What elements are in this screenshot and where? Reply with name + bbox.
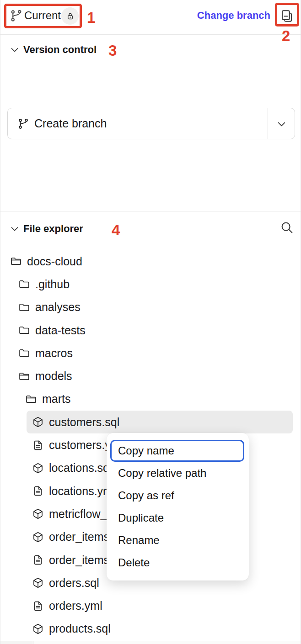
model-icon: [32, 577, 43, 588]
context-menu-item-delete[interactable]: Delete: [107, 551, 249, 574]
create-branch-button[interactable]: Create branch: [7, 108, 295, 139]
file-explorer-title: File explorer: [23, 223, 83, 235]
file-name: customers.sql: [49, 416, 119, 429]
file-name: .github: [35, 278, 70, 291]
ide-sidebar-panel: Current Change branch Create branch Vers…: [0, 0, 301, 644]
doc-icon: [32, 486, 43, 496]
annotation-number-2: 2: [282, 28, 290, 43]
context-menu-item-duplicate[interactable]: Duplicate: [107, 507, 249, 529]
doc-icon: [32, 554, 43, 565]
file-tree-item-customers.sql[interactable]: customers.sql: [27, 411, 293, 433]
model-icon: [32, 623, 43, 634]
file-name: locations.sql: [49, 461, 112, 475]
file-tree-item-marts[interactable]: marts: [0, 388, 301, 411]
folder-open-icon: [19, 371, 30, 382]
model-icon: [32, 508, 43, 519]
lock-icon: [65, 11, 75, 21]
bottom-panel-edge: [0, 641, 301, 644]
annotation-number-1: 1: [87, 10, 95, 25]
current-branch-label: Current: [24, 9, 61, 22]
git-branch-icon: [10, 9, 23, 22]
create-branch-label: Create branch: [34, 117, 107, 130]
file-name: models: [35, 370, 72, 383]
file-name: analyses: [35, 301, 81, 314]
file-tree-item-orders.yml[interactable]: orders.yml: [0, 594, 301, 617]
model-icon: [32, 417, 43, 428]
file-explorer-collapse-chevron[interactable]: [9, 223, 20, 234]
file-name: orders.yml: [49, 599, 102, 612]
file-name: locations.yml: [49, 485, 115, 498]
change-branch-link[interactable]: Change branch: [197, 10, 270, 21]
git-branch-icon: [17, 118, 29, 130]
file-name: macros: [35, 347, 73, 360]
context-menu: Copy nameCopy relative pathCopy as refDu…: [107, 433, 249, 581]
file-name: marts: [42, 392, 71, 406]
annotation-number-3: 3: [108, 43, 117, 58]
file-tree-item-docs-cloud[interactable]: docs-cloud: [0, 250, 301, 273]
folder-icon: [19, 279, 30, 290]
file-tree-item-macros[interactable]: macros: [0, 342, 301, 364]
version-control-collapse-chevron[interactable]: [9, 44, 20, 55]
file-tree-item-analyses[interactable]: analyses: [0, 296, 301, 319]
branch-lock-badge: [61, 7, 79, 25]
annotation-number-4: 4: [112, 222, 120, 238]
folder-icon: [19, 348, 30, 359]
doc-icon: [32, 601, 43, 612]
top-bar: Current Change branch: [0, 0, 301, 35]
file-tree-item-products.sql[interactable]: products.sql: [0, 618, 301, 640]
current-branch-pill[interactable]: Current: [6, 6, 80, 26]
model-icon: [32, 532, 43, 543]
file-name: orders.sql: [49, 576, 99, 590]
file-name: docs-cloud: [27, 255, 82, 268]
context-menu-item-copy-relative-path[interactable]: Copy relative path: [107, 462, 249, 484]
folder-open-icon: [11, 256, 22, 267]
button-divider: [268, 108, 269, 139]
version-control-title: Version control: [23, 44, 97, 56]
file-name: products.sql: [49, 622, 111, 635]
file-tree-item-.github[interactable]: .github: [0, 273, 301, 296]
context-menu-item-copy-name[interactable]: Copy name: [110, 440, 244, 462]
context-menu-item-rename[interactable]: Rename: [107, 529, 249, 551]
folder-icon: [19, 302, 30, 313]
version-control-section: Create branch: [0, 35, 301, 211]
bottom-panel-left-cell: [0, 641, 33, 644]
folder-open-icon: [26, 394, 37, 405]
copy-file-name-button[interactable]: [280, 9, 294, 23]
file-tree-item-data-tests[interactable]: data-tests: [0, 319, 301, 342]
context-menu-item-copy-as-ref[interactable]: Copy as ref: [107, 484, 249, 507]
file-tree-item-models[interactable]: models: [0, 364, 301, 387]
doc-icon: [32, 440, 43, 451]
folder-icon: [19, 325, 30, 336]
search-icon[interactable]: [280, 221, 294, 234]
chevron-down-icon[interactable]: [276, 118, 287, 130]
model-icon: [32, 463, 43, 474]
file-name: data-tests: [35, 324, 86, 337]
